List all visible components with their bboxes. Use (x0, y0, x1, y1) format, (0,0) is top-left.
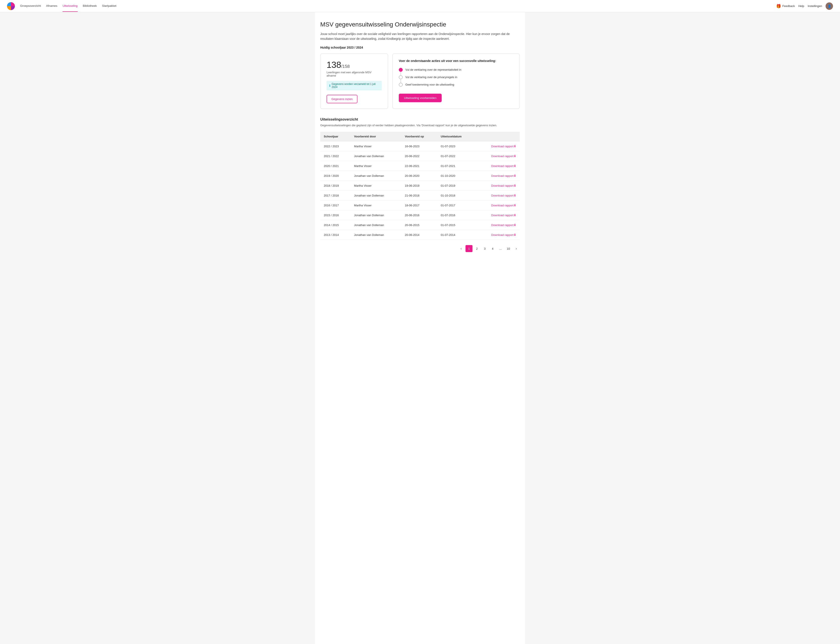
step-item: Vul de verklaring over de privacyregels … (399, 74, 514, 81)
step-text: Vul de verklaring over de representativi… (405, 68, 461, 71)
download-icon-button[interactable]: ⬇ (514, 174, 516, 177)
user-avatar[interactable]: 👤 (825, 2, 833, 10)
nav-links: GroepsoverzichtAfnamesUitwisselingBiblio… (20, 0, 771, 12)
download-rapport-link[interactable]: Download rapport (491, 164, 514, 168)
next-page-button[interactable]: › (513, 245, 520, 252)
download-icon-button[interactable]: ⬇ (514, 164, 516, 168)
feedback-button[interactable]: 🎁 Feedback (776, 4, 795, 8)
nav-link-startpakket[interactable]: Startpakket (102, 0, 116, 12)
download-rapport-link[interactable]: Download rapport (491, 194, 514, 197)
feedback-label: Feedback (782, 4, 795, 8)
table-cell: 2021 / 2022 (320, 151, 351, 161)
table-header-cell (476, 132, 520, 141)
step-item: Geef toestemming voor de uitwisseling (399, 81, 514, 89)
page-button-3[interactable]: 3 (481, 245, 488, 252)
table-cell: 01-07-2021 (437, 161, 476, 171)
download-icon-button[interactable]: ⬇ (514, 184, 516, 187)
download-rapport-link[interactable]: Download rapport (491, 204, 514, 207)
table-cell: Jonathan van Dolleman (351, 151, 401, 161)
step-item: Vul de verklaring over de representativi… (399, 66, 514, 74)
table-row: 2017 / 2018Jonathan van Dolleman21-06-20… (320, 191, 520, 200)
table-row: 2018 / 2019Martha Visser19-06-201901-07-… (320, 181, 520, 191)
table-cell: 2016 / 2017 (320, 200, 351, 210)
table-cell: 20-06-2020 (401, 171, 437, 181)
table-cell: 2013 / 2014 (320, 230, 351, 240)
feedback-icon: 🎁 (776, 4, 781, 8)
table-cell: 01-07-2022 (437, 151, 476, 161)
table-row: 2015 / 2016Jonathan van Dolleman20-06-20… (320, 210, 520, 220)
pagination: ‹ 1234...10› (320, 245, 520, 252)
download-rapport-link[interactable]: Download rapport (491, 233, 514, 237)
table-cell: Martha Visser (351, 200, 401, 210)
page-button-4[interactable]: 4 (489, 245, 496, 252)
nav-link-uitwisseling[interactable]: Uitwisseling (62, 0, 78, 12)
download-icon-button[interactable]: ⬇ (514, 145, 516, 148)
nav-link-afnames[interactable]: Afnames (46, 0, 57, 12)
navbar: GroepsoverzichtAfnamesUitwisselingBiblio… (0, 0, 840, 12)
page-button-10[interactable]: 10 (505, 245, 512, 252)
help-link[interactable]: Help (798, 4, 804, 8)
table-cell: 20-06-2014 (401, 230, 437, 240)
table-section-title: Uitwisselingsoverzicht (320, 118, 520, 122)
table-cell: 20-06-2022 (401, 151, 437, 161)
table-cell: Jonathan van Dolleman (351, 220, 401, 230)
table-cell: 20-06-2015 (401, 220, 437, 230)
download-icon-button[interactable]: ⬇ (514, 214, 516, 217)
download-icon-button[interactable]: ⬇ (514, 223, 516, 227)
actions-title: Voer de onderstaande acties uit voor een… (399, 59, 514, 62)
prev-page-button[interactable]: ‹ (458, 245, 464, 252)
download-cell: Download rapport⬇ (476, 141, 520, 151)
table-header-cell: Uitwisseldatum (437, 132, 476, 141)
table-cell: 01-07-2019 (437, 181, 476, 191)
table-row: 2016 / 2017Martha Visser18-06-201701-07-… (320, 200, 520, 210)
table-cell: 01-07-2017 (437, 200, 476, 210)
table-cell: Jonathan van Dolleman (351, 171, 401, 181)
download-icon-button[interactable]: ⬇ (514, 194, 516, 197)
download-icon-button[interactable]: ⬇ (514, 204, 516, 207)
table-cell: 16-06-2023 (401, 141, 437, 151)
table-cell: 01-07-2014 (437, 230, 476, 240)
table-section-desc: Gegevensuitwisselingen die gepland zijn … (320, 123, 520, 128)
table-row: 2022 / 2023Martha Visser16-06-202301-07-… (320, 141, 520, 151)
table-body: 2022 / 2023Martha Visser16-06-202301-07-… (320, 141, 520, 240)
download-icon-button[interactable]: ⬇ (514, 233, 516, 237)
table-row: 2014 / 2015Jonathan van Dolleman20-06-20… (320, 220, 520, 230)
page-title: MSV gegevensuitwisseling Onderwijsinspec… (320, 21, 520, 28)
page-button-2[interactable]: 2 (473, 245, 481, 252)
table-row: 2019 / 2020Jonathan van Dolleman20-06-20… (320, 171, 520, 181)
table-cell: 21-06-2018 (401, 191, 437, 200)
table-cell: 2019 / 2020 (320, 171, 351, 181)
download-cell: Download rapport⬇ (476, 171, 520, 181)
download-cell: Download rapport⬇ (476, 161, 520, 171)
nav-link-groepsoverzicht[interactable]: Groepsoverzicht (20, 0, 41, 12)
download-cell: Download rapport⬇ (476, 230, 520, 240)
download-cell: Download rapport⬇ (476, 200, 520, 210)
download-rapport-link[interactable]: Download rapport (491, 154, 514, 158)
uitwisseling-button[interactable]: Uitwisseling voorbereiden (399, 94, 442, 102)
gegevens-inzien-button[interactable]: Gegevens inzien (326, 95, 358, 103)
nav-link-bibliotheek[interactable]: Bibliotheek (83, 0, 97, 12)
step-text: Geef toestemming voor de uitwisseling (405, 83, 454, 86)
table-row: 2021 / 2022Jonathan van Dolleman20-06-20… (320, 151, 520, 161)
download-rapport-link[interactable]: Download rapport (491, 174, 514, 177)
step-circle (399, 83, 403, 87)
uitwisseling-table: SchooljaarVoorbereid doorVoorbereid opUi… (320, 132, 520, 240)
page-button-1[interactable]: 1 (466, 245, 472, 252)
table-cell: Martha Visser (351, 181, 401, 191)
school-year-label: Huidig schooljaar 2023 / 2024 (320, 46, 520, 49)
download-icon-button[interactable]: ⬇ (514, 154, 516, 158)
download-rapport-link[interactable]: Download rapport (491, 214, 514, 217)
table-cell: 18-06-2017 (401, 200, 437, 210)
table-row: 2013 / 2014Jonathan van Dolleman20-06-20… (320, 230, 520, 240)
download-rapport-link[interactable]: Download rapport (491, 145, 514, 148)
settings-link[interactable]: Instellingen (808, 4, 822, 8)
student-count: 138/158 (326, 60, 382, 70)
table-cell: 01-07-2015 (437, 220, 476, 230)
download-rapport-link[interactable]: Download rapport (491, 184, 514, 187)
page-ellipsis: ... (497, 245, 504, 252)
app-logo[interactable] (7, 2, 15, 10)
table-cell: 01-10-2020 (437, 171, 476, 181)
table-cell: 2015 / 2016 (320, 210, 351, 220)
download-rapport-link[interactable]: Download rapport (491, 223, 514, 227)
table-cell: 2014 / 2015 (320, 220, 351, 230)
